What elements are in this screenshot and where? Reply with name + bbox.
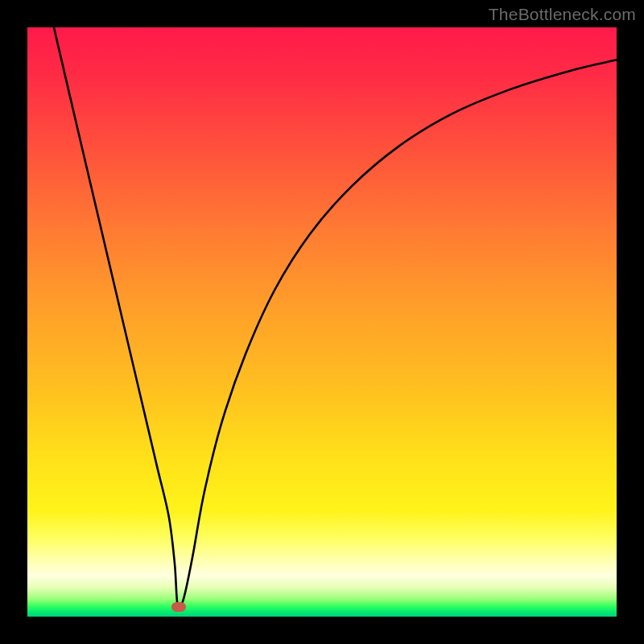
bottleneck-curve bbox=[27, 27, 617, 617]
curve-path bbox=[54, 27, 617, 608]
watermark-text: TheBottleneck.com bbox=[489, 5, 636, 24]
optimum-marker bbox=[171, 602, 186, 612]
chart-frame: TheBottleneck.com bbox=[0, 0, 644, 644]
plot-area bbox=[27, 27, 617, 617]
